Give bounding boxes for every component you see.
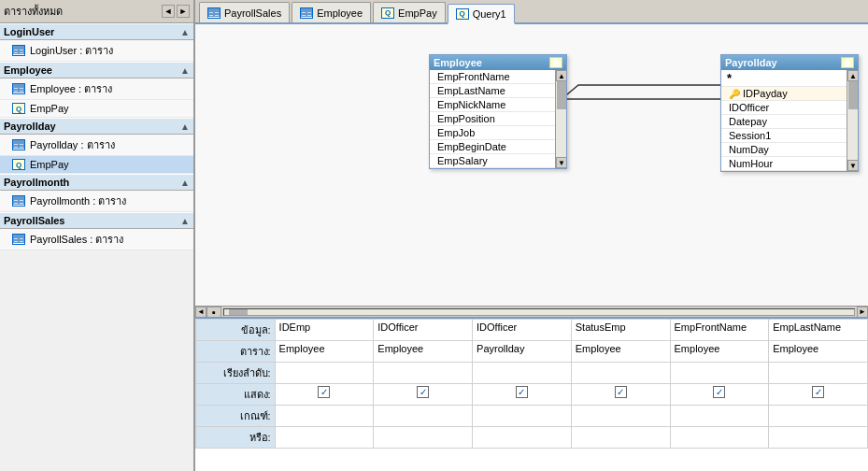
grid-cell-table-4[interactable]: Employee [670,341,769,363]
grid-cell-or-4[interactable] [670,427,769,449]
key-icon: 🔑 [729,89,740,99]
sidebar-header: ตารางทั้งหมด ◄ ► [0,0,193,23]
sidebar-item-emppay-query[interactable]: Q EmpPay [0,100,193,118]
grid-cell-criteria-5[interactable] [769,406,868,427]
query-designer: Employee ▦ EmpFrontName EmpLastName EmpN… [195,24,868,317]
grid-cell-or-2[interactable] [473,427,572,449]
grid-cell-sort-0[interactable] [275,363,374,384]
hscroll-track[interactable] [223,308,855,316]
section-loginuser-expand: ▲ [180,27,190,37]
table-tab-icon [207,7,221,19]
field-empjob: EmpJob [430,126,566,140]
grid-table: ข้อมูล: IDEmp IDOfficer IDOfficer Status… [195,319,868,449]
grid-cell-field-3[interactable]: StatusEmp [571,320,670,341]
grid-cell-or-0[interactable] [275,427,374,449]
checkbox-show-5[interactable] [812,386,824,398]
employee-card-icon: ▦ [549,57,562,68]
tab-emppay-label: EmpPay [398,7,437,19]
hscroll-thumb[interactable] [229,309,248,315]
section-payrollmonth-expand: ▲ [180,178,190,188]
section-loginuser[interactable]: LoginUser ▲ [0,23,193,40]
grid-cell-field-1[interactable]: IDOfficer [374,320,473,341]
grid-cell-or-1[interactable] [374,427,473,449]
sidebar-item-emppay2-label: EmpPay [30,159,69,170]
grid-cell-or-5[interactable] [769,427,868,449]
vscroll-down-employee[interactable]: ▼ [556,157,566,168]
grid-cell-table-2[interactable]: Payrollday [473,341,572,363]
hscroll-right-btn[interactable]: ► [857,307,868,318]
query-tab-icon: Q [381,7,394,19]
vscroll-track-employee [556,81,566,157]
vscroll-down-payrollday[interactable]: ▼ [847,160,858,171]
hscroll-left-btn[interactable]: ◄ [195,307,206,318]
grid-cell-criteria-4[interactable] [670,406,769,427]
grid-cell-show-3[interactable] [571,384,670,406]
grid-cell-show-0[interactable] [275,384,374,406]
payrollday-table-card[interactable]: Payrollday ▦ * 🔑IDPayday IDOfficer Datep… [720,54,859,172]
grid-cell-sort-5[interactable] [769,363,868,384]
query-tab-icon2: Q [456,8,469,20]
query-icon: Q [11,102,26,115]
sidebar-item-payrollsales-table[interactable]: PayrollSales : ตาราง [0,229,193,250]
grid-cell-criteria-0[interactable] [275,406,374,427]
tab-emppay[interactable]: Q EmpPay [373,2,446,22]
sidebar-item-employee-table[interactable]: Employee : ตาราง [0,78,193,100]
grid-cell-table-1[interactable]: Employee [374,341,473,363]
sidebar-item-payrollmonth-table[interactable]: Payrollmonth : ตาราง [0,191,193,212]
employee-table-card[interactable]: Employee ▦ EmpFrontName EmpLastName EmpN… [429,54,567,169]
grid-cell-sort-2[interactable] [473,363,572,384]
vscroll-up-employee[interactable]: ▲ [556,70,566,81]
grid-row-criteria: เกณฑ์: [196,406,868,427]
vscroll-up-payrollday[interactable]: ▲ [847,70,858,81]
grid-cell-criteria-2[interactable] [473,406,572,427]
grid-cell-show-4[interactable] [670,384,769,406]
section-employee[interactable]: Employee ▲ [0,62,193,78]
grid-cell-sort-1[interactable] [374,363,473,384]
grid-cell-field-2[interactable]: IDOfficer [473,320,572,341]
section-payrollmonth[interactable]: Payrollmonth ▲ [0,174,193,191]
checkbox-show-4[interactable] [713,386,725,398]
checkbox-show-2[interactable] [516,386,528,398]
grid-cell-sort-4[interactable] [670,363,769,384]
tab-payrollsales[interactable]: PayrollSales [199,2,290,22]
query-icon: Q [11,158,26,171]
section-payrollsales[interactable]: PayrollSales ▲ [0,212,193,229]
field-empfrontname: EmpFrontName [430,70,566,84]
sidebar-collapse-btn[interactable]: ◄ [162,5,175,18]
sidebar-item-loginuser-table[interactable]: LoginUser : ตาราง [0,40,193,62]
table-icon [11,138,26,151]
grid-cell-show-1[interactable] [374,384,473,406]
grid-cell-show-2[interactable] [473,384,572,406]
grid-cell-criteria-1[interactable] [374,406,473,427]
vscroll-thumb-payrollday[interactable] [848,81,858,109]
tab-query1[interactable]: Q Query1 [448,4,515,24]
vscroll-thumb-employee[interactable] [557,81,566,109]
employee-card-header: Employee ▦ [430,55,566,70]
grid-cell-field-0[interactable]: IDEmp [275,320,374,341]
sidebar-controls: ◄ ► [162,5,190,18]
sidebar-item-employee-label: Employee : ตาราง [30,80,112,97]
tab-bar: PayrollSales Employee Q [195,0,868,24]
hscroll-square[interactable]: ▪ [206,307,221,318]
grid-cell-table-3[interactable]: Employee [571,341,670,363]
grid-cell-field-5[interactable]: EmpLastName [769,320,868,341]
grid-cell-or-3[interactable] [571,427,670,449]
checkbox-show-3[interactable] [615,386,627,398]
grid-cell-show-5[interactable] [769,384,868,406]
grid-cell-criteria-3[interactable] [571,406,670,427]
grid-cell-table-5[interactable]: Employee [769,341,868,363]
checkbox-show-1[interactable] [417,386,429,398]
sidebar-item-emppay-query2[interactable]: Q EmpPay [0,156,193,174]
checkbox-show-0[interactable] [318,386,330,398]
tab-employee[interactable]: Employee [292,2,371,22]
grid-cell-table-0[interactable]: Employee [275,341,374,363]
section-payrollday-expand: ▲ [180,121,190,132]
grid-row-table: ตาราง: Employee Employee Payrollday Empl… [196,341,868,363]
grid-cell-field-4[interactable]: EmpFrontName [670,320,769,341]
table-icon [11,194,26,207]
grid-cell-sort-3[interactable] [571,363,670,384]
sidebar-item-payrollday-table[interactable]: Payrollday : ตาราง [0,135,193,156]
section-loginuser-label: LoginUser [4,26,54,37]
section-payrollday[interactable]: Payrollday ▲ [0,118,193,135]
sidebar-expand-btn[interactable]: ► [177,5,190,18]
